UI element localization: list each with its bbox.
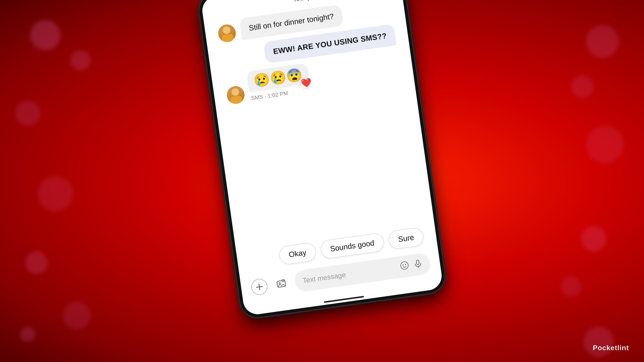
add-button[interactable] — [250, 278, 268, 296]
messages-area: Today Still on for dinner tonight? — [200, 0, 434, 253]
svg-point-5 — [400, 261, 409, 270]
text-input-placeholder: Text message — [302, 271, 346, 285]
svg-rect-8 — [416, 260, 419, 265]
svg-line-9 — [418, 266, 419, 267]
mic-icon[interactable] — [413, 259, 423, 270]
emoji-message: 😢😢😨 ❤️ SMS · 1:02 PM — [246, 63, 311, 102]
emoji-icon[interactable] — [400, 261, 410, 272]
heart-reaction: ❤️ — [300, 77, 312, 89]
avatar-contact-2 — [226, 85, 246, 105]
svg-line-1 — [256, 287, 262, 287]
svg-point-6 — [403, 264, 404, 266]
media-button[interactable] — [272, 275, 290, 293]
svg-rect-4 — [281, 279, 285, 282]
text-input-icons — [400, 259, 423, 272]
svg-point-7 — [405, 264, 406, 265]
phone-screen: Today Still on for dinner tonight? — [200, 0, 444, 316]
watermark-text: Pocketlint — [593, 344, 629, 352]
watermark: Pocketlint — [593, 344, 629, 352]
sms-timestamp: SMS · 1:02 PM — [251, 90, 289, 102]
emoji-text: 😢😢😨 — [253, 67, 303, 88]
emoji-bubble: 😢😢😨 ❤️ — [246, 63, 310, 92]
avatar-contact-1 — [217, 23, 237, 43]
